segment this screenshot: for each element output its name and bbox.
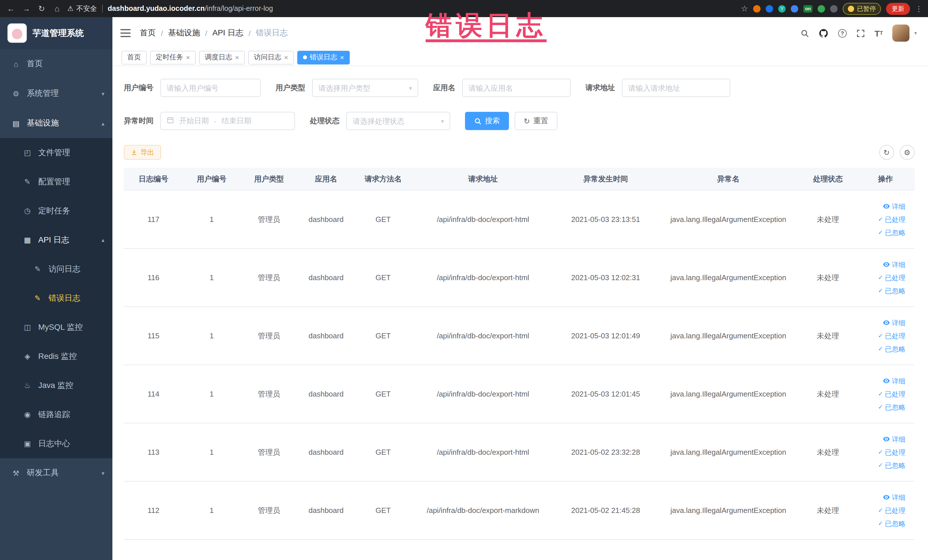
- sidebar-item-dev-tools[interactable]: ⚒ 研发工具 ▾: [0, 458, 112, 488]
- sidebar-item-config-management[interactable]: ✎ 配置管理: [0, 167, 112, 196]
- active-dot: [303, 55, 307, 60]
- extension-pin-icon[interactable]: [830, 5, 838, 12]
- breadcrumb-separator: /: [161, 29, 163, 37]
- sidebar-item-trace[interactable]: ◉ 链路追踪: [0, 400, 112, 429]
- user-id-input[interactable]: [166, 84, 255, 92]
- font-size-icon[interactable]: T: [875, 29, 883, 37]
- avatar[interactable]: [893, 24, 910, 42]
- detail-link[interactable]: 详细: [883, 317, 905, 328]
- chevron-down-icon: ▾: [102, 470, 104, 476]
- detail-link[interactable]: 详细: [883, 201, 905, 211]
- close-icon[interactable]: ×: [235, 54, 239, 61]
- check-icon: ✓: [878, 404, 883, 410]
- status-select-input[interactable]: [353, 117, 438, 125]
- detail-link[interactable]: 详细: [883, 376, 905, 386]
- breadcrumb-home[interactable]: 首页: [140, 28, 156, 38]
- breadcrumb-api-log[interactable]: API 日志: [212, 28, 244, 38]
- extension-on-badge[interactable]: on: [803, 5, 812, 12]
- mark-processed-link[interactable]: ✓ 已处理: [878, 214, 905, 224]
- reset-button[interactable]: ↻ 重置: [514, 112, 557, 130]
- refresh-table-button[interactable]: ↻: [879, 145, 894, 160]
- mark-ignored-link[interactable]: ✓ 已忽略: [878, 518, 905, 529]
- collapse-sidebar-icon[interactable]: [121, 29, 131, 37]
- sidebar-item-home[interactable]: ⌂ 首页: [0, 49, 112, 79]
- end-date-placeholder[interactable]: 结束日期: [222, 116, 251, 126]
- mark-ignored-link[interactable]: ✓ 已忽略: [878, 402, 905, 412]
- mark-ignored-link[interactable]: ✓ 已忽略: [878, 460, 905, 470]
- sidebar-item-mysql-monitor[interactable]: ◫ MySQL 监控: [0, 313, 112, 342]
- sidebar-item-log-center[interactable]: ▣ 日志中心: [0, 429, 112, 458]
- breadcrumb-infrastructure[interactable]: 基础设施: [168, 28, 200, 38]
- infrastructure-submenu: ◰ 文件管理 ✎ 配置管理 ◷ 定时任务 ▦ API 日志 ▴: [0, 138, 112, 458]
- column-settings-button[interactable]: ⚙: [900, 145, 914, 160]
- sidebar-item-access-log[interactable]: ✎ 访问日志: [0, 255, 112, 284]
- mark-ignored-link[interactable]: ✓ 已忽略: [878, 227, 905, 238]
- mark-processed-link[interactable]: ✓ 已处理: [878, 447, 905, 457]
- table-row: 115 1 管理员 dashboard GET /api/infra/db-do…: [124, 307, 914, 365]
- bookmark-star-icon[interactable]: ☆: [741, 4, 748, 13]
- extension-blue-icon[interactable]: [766, 5, 773, 12]
- start-date-placeholder[interactable]: 开始日期: [179, 116, 209, 126]
- mark-ignored-link[interactable]: ✓ 已忽略: [878, 344, 905, 354]
- reload-icon[interactable]: ↻: [37, 4, 47, 13]
- sidebar-item-scheduled-tasks[interactable]: ◷ 定时任务: [0, 196, 112, 225]
- back-icon[interactable]: ←: [6, 4, 16, 13]
- detail-link[interactable]: 详细: [883, 492, 905, 502]
- user-type-select[interactable]: ▾: [312, 79, 418, 97]
- status-select[interactable]: ▾: [346, 112, 450, 130]
- security-chip[interactable]: ⚠ 不安全: [67, 4, 97, 14]
- search-icon[interactable]: [800, 29, 809, 37]
- request-url-input[interactable]: [628, 84, 724, 92]
- sidebar-item-infrastructure[interactable]: ▤ 基础设施 ▴: [0, 108, 112, 138]
- sidebar-item-api-log[interactable]: ▦ API 日志 ▴: [0, 225, 112, 255]
- column-header-log-id: 日志编号: [124, 174, 183, 184]
- forward-icon[interactable]: →: [21, 4, 31, 13]
- mark-processed-link[interactable]: ✓ 已处理: [878, 331, 905, 341]
- app-name-input[interactable]: [469, 84, 564, 92]
- extension-orange-icon[interactable]: [753, 5, 760, 12]
- request-url-input-wrap: [622, 79, 730, 97]
- update-button[interactable]: 更新: [886, 3, 910, 15]
- close-icon[interactable]: ×: [186, 54, 190, 61]
- tab-home[interactable]: 首页: [122, 50, 147, 64]
- sidebar-item-redis-monitor[interactable]: ◈ Redis 监控: [0, 342, 112, 371]
- date-range-picker[interactable]: 开始日期 - 结束日期: [160, 112, 295, 130]
- fullscreen-icon[interactable]: [856, 29, 865, 37]
- calendar-icon: [166, 116, 174, 125]
- help-icon[interactable]: ?: [838, 29, 847, 37]
- tab-scheduled-tasks[interactable]: 定时任务 ×: [150, 50, 196, 64]
- sidebar-item-java-monitor[interactable]: ♨ Java 监控: [0, 371, 112, 400]
- cell-actions: 详细 ✓ 已处理 ✓ 已忽略: [856, 492, 914, 529]
- address-bar[interactable]: dashboard.yudao.iocoder.cn/infra/log/api…: [108, 5, 273, 12]
- cell-status: 未处理: [799, 272, 856, 283]
- close-icon[interactable]: ×: [340, 54, 344, 61]
- detail-link[interactable]: 详细: [883, 259, 905, 270]
- browser-menu-icon[interactable]: ⋮: [915, 4, 923, 13]
- mark-processed-link[interactable]: ✓ 已处理: [878, 505, 905, 516]
- paused-badge[interactable]: 已暂停: [843, 3, 881, 15]
- mark-ignored-link[interactable]: ✓ 已忽略: [878, 285, 905, 296]
- cell-method: GET: [354, 330, 412, 342]
- github-icon[interactable]: [819, 28, 829, 38]
- tab-error-log[interactable]: 错误日志 ×: [297, 50, 350, 64]
- detail-link[interactable]: 详细: [883, 434, 905, 444]
- app-logo[interactable]: 芋道管理系统: [0, 17, 112, 49]
- export-button[interactable]: 导出: [124, 145, 161, 160]
- close-icon[interactable]: ×: [284, 54, 288, 61]
- sidebar-item-file-management[interactable]: ◰ 文件管理: [0, 138, 112, 167]
- search-button[interactable]: 搜索: [465, 112, 509, 130]
- cell-log-id: 115: [124, 330, 183, 342]
- sidebar-item-error-log[interactable]: ✎ 错误日志: [0, 284, 112, 313]
- sidebar-item-system-management[interactable]: ⚙ 系统管理 ▾: [0, 79, 112, 108]
- browser-home-icon[interactable]: ⌂: [52, 4, 62, 13]
- avatar-caret-icon[interactable]: ▾: [914, 30, 917, 36]
- extension-green-icon[interactable]: [818, 5, 825, 12]
- mark-processed-link[interactable]: ✓ 已处理: [878, 389, 905, 399]
- mark-processed-link[interactable]: ✓ 已处理: [878, 272, 905, 283]
- extension-grid-icon[interactable]: [791, 5, 798, 12]
- mark-ignored-label: 已忽略: [885, 227, 905, 238]
- tab-schedule-log[interactable]: 调度日志 ×: [199, 50, 245, 64]
- tab-access-log[interactable]: 访问日志 ×: [248, 50, 294, 64]
- user-type-select-input[interactable]: [318, 84, 406, 92]
- extension-teal-icon[interactable]: Y: [778, 5, 786, 12]
